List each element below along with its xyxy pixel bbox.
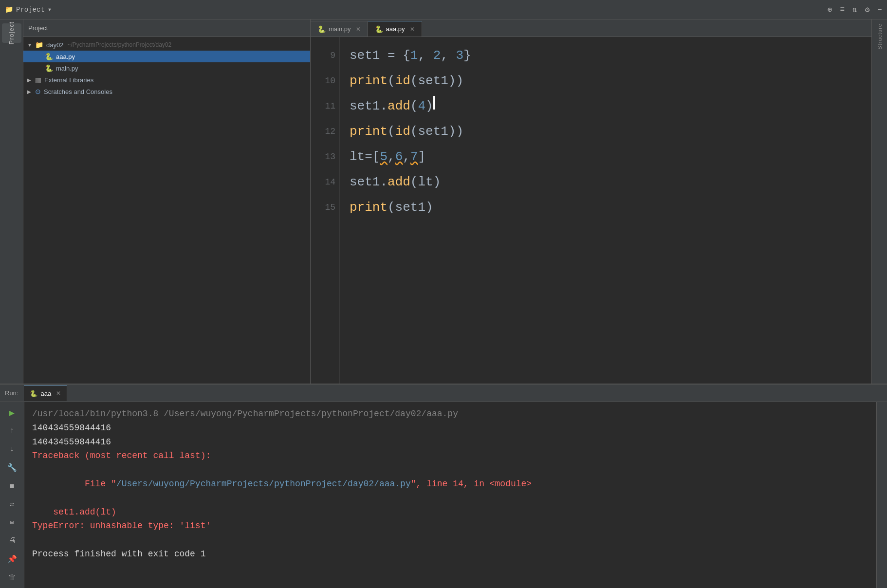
run-label: Run: (5, 389, 18, 397)
editor-tabs-bar: 🐍 main.py ✕ 🐍 aaa.py ✕ (311, 19, 871, 37)
console-line-3: Traceback (most recent call last): (32, 449, 869, 463)
run-tab-aaa[interactable]: 🐍 aaa ✕ (24, 386, 67, 401)
pin-button[interactable]: ⊞ (5, 516, 19, 530)
console-toolbar: ▶ ↑ ↓ 🔧 ◼ ⇌ ⊞ 🖨 📌 🗑 (0, 402, 24, 588)
code-content[interactable]: set1 = { 1 , 2 , 3 } print ( id (set1)) (340, 37, 871, 384)
stop-button[interactable]: ◼ (5, 479, 19, 493)
tree-label-aaa: aaa.py (56, 53, 75, 60)
print-button[interactable]: 🖨 (5, 534, 19, 548)
console-line-4: File "/Users/wuyong/PycharmProjects/pyth… (32, 463, 869, 505)
tree-arrow-day02: ▼ (27, 42, 33, 48)
dropdown-arrow[interactable]: ▾ (48, 5, 52, 14)
tree-label-day02: day02 (46, 41, 63, 49)
main-layout: Project Project ▼ 📁 day02 ~/PycharmProje… (0, 19, 887, 384)
console-line-1: 140434559844416 (32, 421, 869, 435)
code-line-9: set1 = { 1 , 2 , 3 } (350, 43, 862, 68)
tree-label-ext-libs: External Libraries (44, 76, 93, 84)
console-wrapper: ▶ ↑ ↓ 🔧 ◼ ⇌ ⊞ 🖨 📌 🗑 /usr/local/bin/pytho… (0, 402, 887, 588)
scroll-down-button[interactable]: ↓ (5, 442, 19, 456)
tab-aaa-py[interactable]: 🐍 aaa.py ✕ (368, 21, 422, 37)
console-output: /usr/local/bin/python3.8 /Users/wuyong/P… (24, 402, 876, 588)
code-line-12: print ( id (set1)) (350, 119, 862, 144)
scratches-icon: ⊙ (35, 88, 41, 95)
tree-item-ext-libs[interactable]: ▶ ▦ External Libraries (23, 74, 310, 86)
project-panel: Project ▼ 📁 day02 ~/PycharmProjects/pyth… (23, 19, 311, 384)
folder-sidebar-icon: Project (8, 21, 15, 44)
tab-icon-main: 🐍 (317, 25, 326, 33)
pin2-button[interactable]: 📌 (5, 552, 19, 566)
top-bar-actions: ⊕ ≡ ⇅ ⚙ – (828, 5, 882, 15)
tree-path-day02: ~/PycharmProjects/pythonProject/day02 (67, 41, 171, 48)
tree-item-day02[interactable]: ▼ 📁 day02 ~/PycharmProjects/pythonProjec… (23, 39, 310, 51)
tree-item-main[interactable]: 🐍 main.py (23, 62, 310, 74)
project-header-title: Project (28, 24, 48, 32)
target-icon[interactable]: ⊕ (828, 5, 832, 15)
cursor (433, 96, 435, 110)
structure-label: Structure (877, 23, 883, 50)
tree-arrow-scratches: ▶ (27, 89, 33, 94)
tree-arrow-ext: ▶ (27, 77, 33, 83)
folder-icon: 📁 (5, 5, 13, 14)
wrap-button[interactable]: ⇌ (5, 497, 19, 511)
run-tab-label: aaa (40, 390, 51, 397)
scroll-up-button[interactable]: ↑ (5, 424, 19, 438)
console-line-2: 140434559844416 (32, 435, 869, 449)
console-right-strip (876, 402, 887, 588)
left-sidebar-strip: Project (0, 19, 23, 384)
py-icon-main: 🐍 (45, 64, 53, 72)
code-line-14: set1 . add (lt) (350, 169, 862, 195)
tree-item-aaa[interactable]: 🐍 aaa.py (23, 51, 310, 62)
run-tabs-bar: Run: 🐍 aaa ✕ (0, 385, 887, 402)
wrench-button[interactable]: 🔧 (5, 461, 19, 475)
minimize-icon[interactable]: – (877, 5, 882, 14)
traceback-link[interactable]: /Users/wuyong/PycharmProjects/pythonProj… (116, 479, 411, 489)
tab-close-main[interactable]: ✕ (356, 26, 361, 33)
console-line-0: /usr/local/bin/python3.8 /Users/wuyong/P… (32, 407, 869, 421)
project-panel-header: Project (23, 19, 310, 37)
project-label-area: 📁 Project ▾ (5, 5, 52, 14)
tab-label-aaa: aaa.py (386, 25, 405, 33)
code-area: 🐍 main.py ✕ 🐍 aaa.py ✕ 9 10 11 12 13 14 … (311, 19, 871, 384)
line-numbers: 9 10 11 12 13 14 15 (311, 37, 340, 384)
run-tab-icon: 🐍 (30, 390, 37, 397)
tree-label-scratches: Scratches and Consoles (44, 88, 112, 95)
console-line-8: Process finished with exit code 1 (32, 547, 869, 561)
sidebar-project-button[interactable]: Project (2, 23, 21, 43)
code-line-10: print ( id (set1)) (350, 68, 862, 93)
top-bar: 📁 Project ▾ ⊕ ≡ ⇅ ⚙ – (0, 0, 887, 19)
code-var-set1-9: set1 (350, 43, 380, 68)
gear-icon[interactable]: ⚙ (865, 5, 870, 15)
tab-icon-aaa: 🐍 (375, 25, 383, 33)
console-line-5: set1.add(lt) (32, 505, 869, 519)
tab-label-main: main.py (329, 25, 351, 33)
code-editor: 9 10 11 12 13 14 15 set1 = { 1 , 2 , (311, 37, 871, 384)
file-tree: ▼ 📁 day02 ~/PycharmProjects/pythonProjec… (23, 37, 310, 384)
right-sidebar-strip: Structure (871, 19, 887, 384)
console-line-6: TypeError: unhashable type: 'list' (32, 519, 869, 533)
folder-day02-icon: 📁 (35, 41, 43, 49)
project-title[interactable]: Project (16, 6, 45, 14)
tab-main-py[interactable]: 🐍 main.py ✕ (311, 21, 368, 37)
bottom-section: Run: 🐍 aaa ✕ ▶ ↑ ↓ 🔧 ◼ ⇌ ⊞ 🖨 📌 🗑 /usr/lo… (0, 384, 887, 588)
code-line-15: print (set1) (350, 195, 862, 220)
ext-libs-icon: ▦ (35, 76, 41, 84)
tree-item-scratches[interactable]: ▶ ⊙ Scratches and Consoles (23, 86, 310, 97)
run-button[interactable]: ▶ (5, 406, 19, 420)
tab-close-aaa[interactable]: ✕ (410, 26, 415, 33)
list-icon[interactable]: ≡ (840, 5, 845, 14)
console-line-7 (32, 533, 869, 547)
code-line-11: set1 . add ( 4 ) (350, 93, 862, 119)
code-line-13: lt = [ 5 , 6 , 7 ] (350, 144, 862, 169)
run-tab-close[interactable]: ✕ (56, 390, 61, 397)
delete-button[interactable]: 🗑 (5, 570, 19, 584)
tree-label-main: main.py (56, 65, 78, 72)
py-icon-aaa: 🐍 (45, 53, 53, 60)
sort-icon[interactable]: ⇅ (852, 5, 857, 15)
